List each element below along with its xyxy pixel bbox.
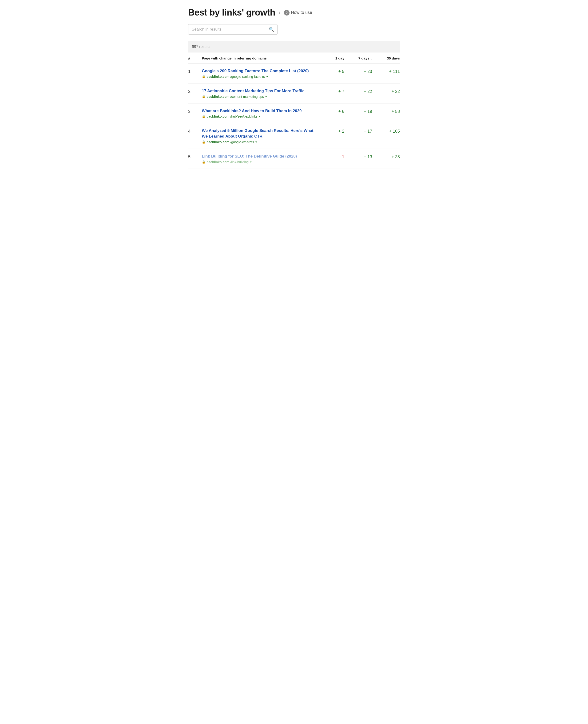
page-title-link[interactable]: Google's 200 Ranking Factors: The Comple… <box>202 68 319 74</box>
table-row: 4 We Analyzed 5 Million Google Search Re… <box>188 123 400 149</box>
results-bar: 997 results <box>188 41 400 52</box>
results-count: 997 results <box>192 45 210 49</box>
col-day30: 30 days <box>374 56 400 60</box>
day30-value: + 22 <box>374 88 400 94</box>
page-title-link[interactable]: We Analyzed 5 Million Google Search Resu… <box>202 128 319 139</box>
day30-value: + 111 <box>374 68 400 74</box>
page-title: Best by links' growth <box>188 7 275 18</box>
table-row: 5 Link Building for SEO: The Definitive … <box>188 149 400 169</box>
col-num: # <box>188 56 200 60</box>
page-info: We Analyzed 5 Million Google Search Resu… <box>202 128 319 144</box>
url-arrow[interactable]: ▼ <box>255 141 257 144</box>
page-url: 🔒 backlinko.com/google-ctr-stats ▼ <box>202 140 319 144</box>
info-icon: i <box>279 9 280 16</box>
day7-value: + 19 <box>346 108 372 114</box>
search-container: 🔍 <box>188 24 277 35</box>
day7-value: + 13 <box>346 153 372 159</box>
table-row: 3 What are Backlinks? And How to Build T… <box>188 104 400 124</box>
lock-icon: 🔒 <box>202 95 206 98</box>
url-path: /link-building <box>230 160 249 164</box>
lock-icon: 🔒 <box>202 75 206 78</box>
page-url: 🔒 backlinko.com/hub/seo/backlinks ▼ <box>202 114 319 118</box>
row-number: 1 <box>188 68 200 74</box>
day7-value: + 17 <box>346 128 372 134</box>
col-day1: 1 day <box>321 56 344 60</box>
day1-value: + 6 <box>321 108 344 114</box>
day1-value: - 1 <box>321 153 344 159</box>
url-domain: backlinko.com <box>207 75 229 79</box>
url-arrow[interactable]: ▼ <box>265 95 268 98</box>
page-info: Link Building for SEO: The Definitive Gu… <box>202 153 319 164</box>
url-arrow[interactable]: ▼ <box>250 161 252 164</box>
url-domain: backlinko.com <box>207 95 229 99</box>
page-info: 17 Actionable Content Marketing Tips For… <box>202 88 319 99</box>
table-body: 1 Google's 200 Ranking Factors: The Comp… <box>188 63 400 169</box>
day1-value: + 2 <box>321 128 344 134</box>
search-icon[interactable]: 🔍 <box>269 27 274 32</box>
table-header: # Page with change in referring domains … <box>188 52 400 63</box>
row-number: 4 <box>188 128 200 134</box>
table-container: # Page with change in referring domains … <box>188 52 400 169</box>
table-row: 1 Google's 200 Ranking Factors: The Comp… <box>188 63 400 84</box>
header-section: Best by links' growth i ? How to use <box>188 7 400 18</box>
lock-icon: 🔒 <box>202 140 206 144</box>
page-title-link[interactable]: 17 Actionable Content Marketing Tips For… <box>202 88 319 94</box>
col-day7[interactable]: 7 days ↓ <box>346 56 372 60</box>
row-number: 2 <box>188 88 200 94</box>
url-arrow[interactable]: ▼ <box>266 75 268 78</box>
page-info: Google's 200 Ranking Factors: The Comple… <box>202 68 319 79</box>
day30-value: + 58 <box>374 108 400 114</box>
url-domain: backlinko.com <box>207 160 229 164</box>
lock-icon: 🔒 <box>202 160 206 164</box>
row-number: 3 <box>188 108 200 114</box>
how-to-use-link[interactable]: ? How to use <box>284 10 312 16</box>
page-title-link[interactable]: What are Backlinks? And How to Build The… <box>202 108 319 114</box>
url-path: /hub/seo/backlinks <box>230 114 257 118</box>
question-icon: ? <box>284 10 290 16</box>
search-input[interactable] <box>192 27 269 32</box>
url-path: /content-marketing-tips <box>230 95 264 99</box>
row-number: 5 <box>188 153 200 159</box>
lock-icon: 🔒 <box>202 115 206 118</box>
url-domain: backlinko.com <box>207 140 229 144</box>
how-to-use-label: How to use <box>291 10 312 15</box>
page-url: 🔒 backlinko.com/google-ranking-facto rs … <box>202 75 319 79</box>
url-arrow[interactable]: ▼ <box>258 115 261 118</box>
page-info: What are Backlinks? And How to Build The… <box>202 108 319 119</box>
day7-value: + 23 <box>346 68 372 74</box>
page-title-link[interactable]: Link Building for SEO: The Definitive Gu… <box>202 153 319 159</box>
day1-value: + 5 <box>321 68 344 74</box>
day1-value: + 7 <box>321 88 344 94</box>
day30-value: + 105 <box>374 128 400 134</box>
day30-value: + 35 <box>374 153 400 159</box>
url-path: /google-ctr-stats <box>230 140 254 144</box>
table-row: 2 17 Actionable Content Marketing Tips F… <box>188 84 400 104</box>
page-url: 🔒 backlinko.com/content-marketing-tips ▼ <box>202 95 319 99</box>
url-path: /google-ranking-facto rs <box>230 75 265 79</box>
url-domain: backlinko.com <box>207 114 229 118</box>
page-url: 🔒 backlinko.com/link-building ▼ <box>202 160 319 164</box>
col-page: Page with change in referring domains <box>202 56 319 60</box>
day7-value: + 22 <box>346 88 372 94</box>
